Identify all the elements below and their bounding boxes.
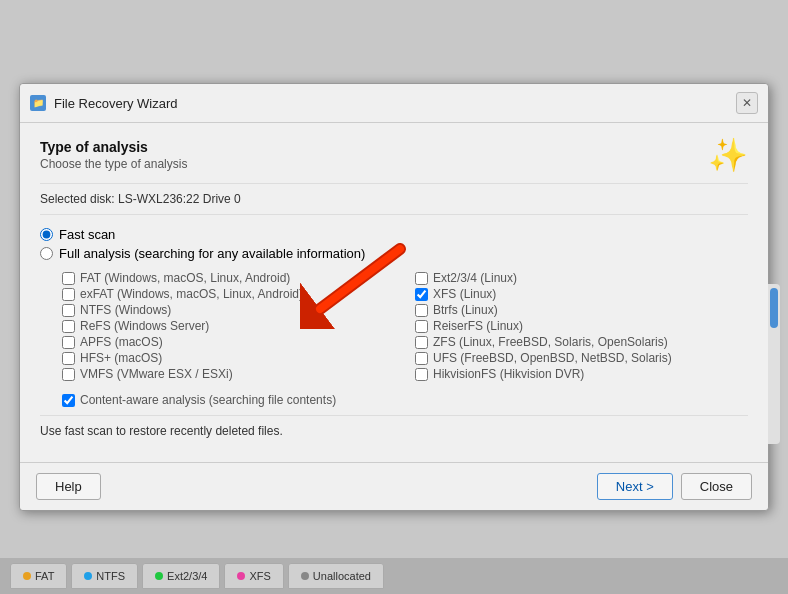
fs-hikvision[interactable]: HikvisionFS (Hikvision DVR)	[415, 367, 748, 381]
fs-vmfs-checkbox[interactable]	[62, 368, 75, 381]
fs-fat-checkbox[interactable]	[62, 272, 75, 285]
fs-ext234-checkbox[interactable]	[415, 272, 428, 285]
fs-hikvision-label[interactable]: HikvisionFS (Hikvision DVR)	[433, 367, 584, 381]
fs-xfs[interactable]: XFS (Linux)	[415, 287, 748, 301]
fast-scan-label[interactable]: Fast scan	[59, 227, 115, 242]
full-analysis-option[interactable]: Full analysis (searching for any availab…	[40, 246, 748, 261]
taskbar-tab-fat[interactable]: FAT	[10, 563, 67, 589]
fs-ntfs[interactable]: NTFS (Windows)	[62, 303, 395, 317]
header-text: Type of analysis Choose the type of anal…	[40, 139, 187, 171]
titlebar: 📁 File Recovery Wizard ✕	[20, 84, 768, 123]
info-text: Use fast scan to restore recently delete…	[40, 415, 748, 446]
fs-ufs-label[interactable]: UFS (FreeBSD, OpenBSD, NetBSD, Solaris)	[433, 351, 672, 365]
dialog-content: Type of analysis Choose the type of anal…	[20, 123, 768, 462]
full-analysis-radio[interactable]	[40, 247, 53, 260]
app-icon: 📁	[30, 95, 46, 111]
wizard-icon: ✨	[708, 139, 748, 171]
selected-disk-label: Selected disk: LS-WXL236:22 Drive 0	[40, 183, 748, 215]
scroll-thumb[interactable]	[770, 288, 778, 328]
fs-ntfs-label[interactable]: NTFS (Windows)	[80, 303, 171, 317]
fs-apfs-checkbox[interactable]	[62, 336, 75, 349]
taskbar: FAT NTFS Ext2/3/4 XFS Unallocated	[0, 558, 788, 594]
fs-btrfs-label[interactable]: Btrfs (Linux)	[433, 303, 498, 317]
fs-zfs-checkbox[interactable]	[415, 336, 428, 349]
fs-ext234-label[interactable]: Ext2/3/4 (Linux)	[433, 271, 517, 285]
fs-apfs[interactable]: APFS (macOS)	[62, 335, 395, 349]
fs-xfs-checkbox[interactable]	[415, 288, 428, 301]
content-aware-option[interactable]: Content-aware analysis (searching file c…	[62, 393, 748, 407]
fs-ufs[interactable]: UFS (FreeBSD, OpenBSD, NetBSD, Solaris)	[415, 351, 748, 365]
taskbar-tab-ext[interactable]: Ext2/3/4	[142, 563, 220, 589]
fs-fat-label[interactable]: FAT (Windows, macOS, Linux, Android)	[80, 271, 290, 285]
close-button[interactable]: Close	[681, 473, 752, 500]
fs-ext234[interactable]: Ext2/3/4 (Linux)	[415, 271, 748, 285]
filesystem-grid: FAT (Windows, macOS, Linux, Android) Ext…	[62, 267, 748, 385]
help-button[interactable]: Help	[36, 473, 101, 500]
next-button[interactable]: Next >	[597, 473, 673, 500]
fs-refs[interactable]: ReFS (Windows Server)	[62, 319, 395, 333]
fs-exfat-checkbox[interactable]	[62, 288, 75, 301]
fs-refs-checkbox[interactable]	[62, 320, 75, 333]
fs-btrfs-checkbox[interactable]	[415, 304, 428, 317]
fs-exfat[interactable]: exFAT (Windows, macOS, Linux, Android)	[62, 287, 395, 301]
fs-xfs-label[interactable]: XFS (Linux)	[433, 287, 496, 301]
header-area: Type of analysis Choose the type of anal…	[40, 139, 748, 171]
content-aware-checkbox[interactable]	[62, 394, 75, 407]
fs-apfs-label[interactable]: APFS (macOS)	[80, 335, 163, 349]
fast-scan-option[interactable]: Fast scan	[40, 227, 748, 242]
fs-vmfs[interactable]: VMFS (VMware ESX / ESXi)	[62, 367, 395, 381]
full-analysis-label[interactable]: Full analysis (searching for any availab…	[59, 246, 365, 261]
fs-reiserfs-label[interactable]: ReiserFS (Linux)	[433, 319, 523, 333]
button-bar: Help Next > Close	[20, 462, 768, 510]
fast-scan-radio[interactable]	[40, 228, 53, 241]
fs-ntfs-checkbox[interactable]	[62, 304, 75, 317]
taskbar-tab-unallocated[interactable]: Unallocated	[288, 563, 384, 589]
taskbar-tab-ntfs[interactable]: NTFS	[71, 563, 138, 589]
fs-refs-label[interactable]: ReFS (Windows Server)	[80, 319, 209, 333]
fs-reiserfs[interactable]: ReiserFS (Linux)	[415, 319, 748, 333]
fs-zfs-label[interactable]: ZFS (Linux, FreeBSD, Solaris, OpenSolari…	[433, 335, 668, 349]
fs-vmfs-label[interactable]: VMFS (VMware ESX / ESXi)	[80, 367, 233, 381]
analysis-type-title: Type of analysis	[40, 139, 187, 155]
taskbar-tab-xfs[interactable]: XFS	[224, 563, 283, 589]
fs-reiserfs-checkbox[interactable]	[415, 320, 428, 333]
fs-hikvision-checkbox[interactable]	[415, 368, 428, 381]
scrollbar[interactable]	[768, 284, 780, 444]
close-window-button[interactable]: ✕	[736, 92, 758, 114]
fs-hfsplus-label[interactable]: HFS+ (macOS)	[80, 351, 162, 365]
fs-exfat-label[interactable]: exFAT (Windows, macOS, Linux, Android)	[80, 287, 303, 301]
window-title: File Recovery Wizard	[54, 96, 178, 111]
analysis-type-subtitle: Choose the type of analysis	[40, 157, 187, 171]
dialog: 📁 File Recovery Wizard ✕ Type of analysi…	[19, 83, 769, 511]
content-aware-label[interactable]: Content-aware analysis (searching file c…	[80, 393, 336, 407]
fs-hfsplus[interactable]: HFS+ (macOS)	[62, 351, 395, 365]
fs-hfsplus-checkbox[interactable]	[62, 352, 75, 365]
fs-btrfs[interactable]: Btrfs (Linux)	[415, 303, 748, 317]
fs-ufs-checkbox[interactable]	[415, 352, 428, 365]
fs-zfs[interactable]: ZFS (Linux, FreeBSD, Solaris, OpenSolari…	[415, 335, 748, 349]
fs-fat[interactable]: FAT (Windows, macOS, Linux, Android)	[62, 271, 395, 285]
